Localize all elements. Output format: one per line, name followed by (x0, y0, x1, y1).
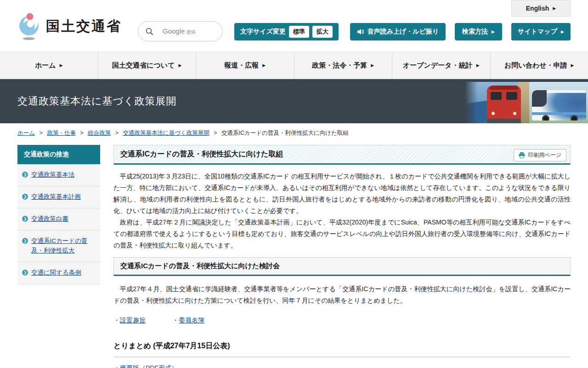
summary-title: とりまとめ (平成27年7月15日公表) (113, 341, 571, 351)
chevron-right-icon: ▶ (553, 6, 556, 11)
summary-links: ・概要版（PDF形式） (113, 364, 571, 368)
main-column: 交通系ICカードの普及・利便性拡大に向けた取組 印刷用ページ 平成25(2013… (113, 145, 571, 368)
nav-item-opendata[interactable]: オープンデータ・統計▶ (392, 52, 490, 79)
font-size-large-button[interactable]: 拡大 (312, 26, 333, 38)
global-nav: ホーム▶ 国土交通省について▶ 報道・広報▶ 政策・法令・予算▶ オープンデータ… (0, 52, 588, 79)
font-size-button[interactable]: 文字サイズ変更 標準 拡大 (234, 23, 339, 40)
sidebar: 交通政策の推進 ❯ 交通政策基本法 ❯ 交通政策基本計画 ❯ 交通政策白書 ❯ … (17, 145, 100, 284)
chevron-right-icon: ▶ (492, 29, 495, 34)
banner-photo-bus (529, 82, 588, 123)
search-icon (146, 28, 153, 35)
page-title-box: 交通系ICカードの普及・利便性拡大に向けた取組 印刷用ページ (113, 145, 571, 165)
chevron-right-icon: ▶ (371, 63, 374, 68)
circle-arrow-icon: ❯ (22, 194, 28, 200)
breadcrumb-basic-act[interactable]: 交通政策基本法に基づく政策展開 (123, 130, 209, 136)
nav-item-press[interactable]: 報道・広報▶ (196, 52, 294, 79)
speaker-icon (357, 29, 364, 35)
photo-fade (465, 82, 478, 123)
circle-arrow-icon: ❯ (22, 216, 28, 222)
breadcrumb-home[interactable]: ホーム (17, 130, 35, 136)
study-group-title: 交通系ICカードの普及・利便性拡大に向けた検討会 (120, 262, 564, 270)
nav-item-home[interactable]: ホーム▶ (0, 52, 98, 79)
intro-paragraph-1: 平成25(2013)年３月23日に、全国10種類の交通系ICカード の相互利用サ… (113, 171, 571, 217)
breadcrumb-current: 交通系ICカードの普及・利便性拡大に向けた取組 (221, 130, 349, 136)
breadcrumb-general-policy[interactable]: 総合政策 (88, 130, 111, 136)
banner-photo (465, 82, 588, 123)
intro-paragraph-2: 政府は、平成27年２月に閣議決定した「交通政策基本計画」において、平成32(20… (113, 217, 571, 251)
link-summary-pdf[interactable]: 概要版（PDF形式） (120, 364, 178, 368)
chevron-right-icon: ▶ (476, 63, 480, 68)
mlit-logo[interactable]: 国土交通省 (17, 12, 122, 40)
study-group-paragraph: 平成27年４月、国土交通省に学識経験者、交通事業者等をメンバーとする「交通系IC… (113, 283, 571, 306)
sidebar-item-basic-plan[interactable]: ❯ 交通政策基本計画 (17, 186, 100, 208)
sidebar-item-basic-act[interactable]: ❯ 交通政策基本法 (17, 164, 100, 186)
chevron-right-icon: ▶ (60, 63, 63, 68)
nav-item-about[interactable]: 国土交通省について▶ (98, 52, 196, 79)
english-button[interactable]: English ▶ (511, 0, 571, 17)
study-group-links: ・設置趣旨 ・委員名簿 (113, 316, 571, 325)
sidebar-item-ordinance[interactable]: ❯ 交通に関する条例 (17, 262, 100, 284)
search-method-button[interactable]: 検索方法 ▶ (455, 23, 502, 40)
circle-arrow-icon: ❯ (22, 238, 28, 244)
sidebar-item-ic-card[interactable]: ❯ 交通系ICカードの普及・利便性拡大 (17, 230, 100, 262)
circle-arrow-icon: ❯ (22, 270, 28, 276)
breadcrumb-policy-work[interactable]: 政策・仕事 (47, 130, 76, 136)
nav-item-policy[interactable]: 政策・法令・予算▶ (294, 52, 392, 79)
circle-arrow-icon: ❯ (22, 172, 28, 178)
search-input[interactable]: Google提供 (138, 21, 223, 41)
speech-reading-button[interactable]: 音声読み上げ・ルビ振り (350, 23, 446, 40)
chevron-right-icon: ▶ (178, 63, 181, 68)
chevron-right-icon: ▶ (571, 63, 574, 68)
summary-section-header: とりまとめ (平成27年7月15日公表) (113, 341, 571, 357)
nav-item-contact[interactable]: お問い合わせ・申請▶ (490, 52, 588, 79)
print-page-button[interactable]: 印刷用ページ (514, 149, 566, 161)
study-group-section-header: 交通系ICカードの普及・利便性拡大に向けた検討会 (113, 257, 571, 276)
chevron-right-icon: ▶ (262, 63, 266, 68)
sidebar-title: 交通政策の推進 (17, 145, 100, 164)
mlit-logo-icon (17, 12, 41, 40)
site-title: 国土交通省 (46, 17, 122, 36)
font-size-standard-button[interactable]: 標準 (289, 26, 309, 38)
banner-title: 交通政策基本法に基づく政策展開 (17, 79, 177, 123)
breadcrumb: ホーム > 政策・仕事 > 総合政策 > 交通政策基本法に基づく政策展開 > 交… (17, 129, 571, 138)
sitemap-button[interactable]: サイトマップ ▶ (511, 23, 571, 40)
search-placeholder: Google提供 (163, 27, 195, 35)
sidebar-item-white-paper[interactable]: ❯ 交通政策白書 (17, 208, 100, 230)
printer-icon (519, 152, 525, 158)
link-member-list[interactable]: 委員名簿 (179, 316, 204, 324)
page-banner: 交通政策基本法に基づく政策展開 (0, 79, 588, 123)
chevron-right-icon: ▶ (561, 29, 564, 34)
site-header: 国土交通省 Google提供 English ▶ 文字サイズ変更 標準 拡大 音… (0, 0, 588, 52)
link-establishment-purpose[interactable]: 設置趣旨 (120, 316, 146, 324)
red-train (487, 86, 521, 123)
page-title: 交通系ICカードの普及・利便性拡大に向けた取組 (120, 150, 283, 159)
content-area: 交通政策の推進 ❯ 交通政策基本法 ❯ 交通政策基本計画 ❯ 交通政策白書 ❯ … (17, 145, 571, 368)
blue-bus (532, 90, 586, 121)
